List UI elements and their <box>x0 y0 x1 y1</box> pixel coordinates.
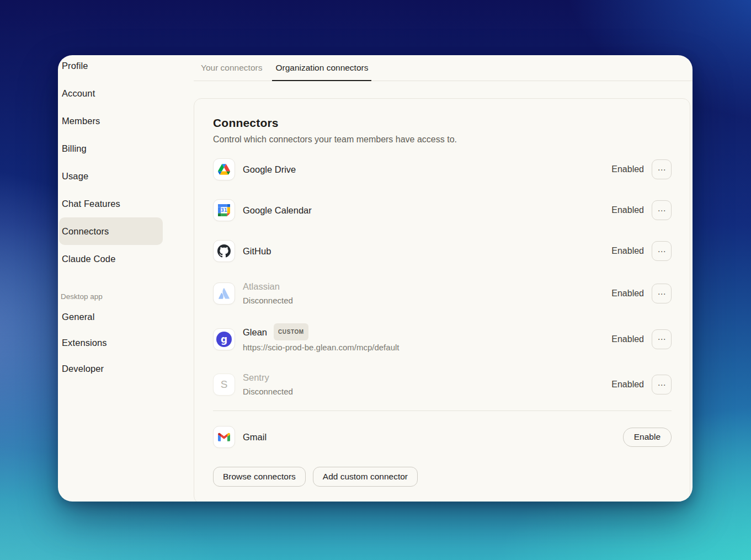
row-menu-button[interactable]: ⋯ <box>652 329 672 349</box>
atlassian-icon <box>213 282 235 305</box>
google-calendar-icon: 31 <box>213 199 235 221</box>
connector-name: GitHub <box>243 244 611 258</box>
custom-badge: CUSTOM <box>274 323 308 340</box>
sidebar-item-developer[interactable]: Developer <box>59 356 163 382</box>
row-google-calendar: 31 Google Calendar Enabled ⋯ <box>213 199 672 221</box>
connector-status: Enabled <box>611 164 644 174</box>
row-menu-button[interactable]: ⋯ <box>652 375 672 394</box>
sidebar-item-account[interactable]: Account <box>59 79 163 107</box>
sidebar-item-usage[interactable]: Usage <box>59 162 163 190</box>
row-gmail: Gmail Enable <box>213 426 672 448</box>
connector-name: Atlassian <box>243 279 611 294</box>
tab-organization-connectors[interactable]: Organization connectors <box>272 55 371 81</box>
connector-status: Enabled <box>611 205 644 215</box>
connector-subtitle: Disconnected <box>243 385 611 399</box>
calendar-number: 31 <box>221 207 227 213</box>
connector-status: Enabled <box>611 334 644 344</box>
card-title: Connectors <box>213 115 672 131</box>
sentry-letter: S <box>221 378 228 391</box>
card-subtitle: Control which connectors your team membe… <box>213 134 672 145</box>
connector-name: Sentry <box>243 370 611 385</box>
sidebar-item-billing[interactable]: Billing <box>59 135 163 162</box>
connector-name: Glean <box>243 325 267 339</box>
sidebar-nav: Profile Account Members Billing Usage Ch… <box>59 55 194 273</box>
card-footer: Browse connectors Add custom connector <box>213 467 672 487</box>
sidebar-item-members[interactable]: Members <box>59 107 163 135</box>
row-sentry: S Sentry Disconnected Enabled ⋯ <box>213 370 672 399</box>
connectors-tabbar: Your connectors Organization connectors <box>194 55 693 81</box>
connector-status: Enabled <box>611 289 644 298</box>
glean-letter: g <box>221 334 227 345</box>
row-menu-button[interactable]: ⋯ <box>652 200 672 220</box>
gmail-icon <box>213 426 235 448</box>
connector-status: Enabled <box>611 246 644 256</box>
enable-button[interactable]: Enable <box>623 428 672 447</box>
add-custom-connector-button[interactable]: Add custom connector <box>313 467 418 487</box>
sidebar-item-profile[interactable]: Profile <box>59 55 163 79</box>
tab-your-connectors[interactable]: Your connectors <box>198 55 265 81</box>
connector-rows: Google Drive Enabled ⋯ <box>213 158 672 487</box>
sidebar-section-desktop-app: Desktop app <box>59 292 194 301</box>
row-menu-button[interactable]: ⋯ <box>652 159 672 179</box>
sentry-icon: S <box>213 374 235 396</box>
connector-subtitle: Disconnected <box>243 294 611 308</box>
sidebar-item-connectors[interactable]: Connectors <box>59 217 163 245</box>
connector-url: https://scio-prod-be.glean.com/mcp/defau… <box>243 340 611 355</box>
connector-status: Enabled <box>611 380 644 390</box>
sidebar-item-chat-features[interactable]: Chat Features <box>59 190 163 217</box>
github-icon <box>213 240 235 262</box>
sidebar-nav-desktop: General Extensions Developer <box>59 304 194 382</box>
browse-connectors-button[interactable]: Browse connectors <box>213 467 306 487</box>
row-menu-button[interactable]: ⋯ <box>652 241 672 261</box>
row-github: GitHub Enabled ⋯ <box>213 240 672 262</box>
settings-window: Profile Account Members Billing Usage Ch… <box>58 55 693 502</box>
settings-sidebar: Profile Account Members Billing Usage Ch… <box>58 55 194 502</box>
sidebar-item-claude-code[interactable]: Claude Code <box>59 245 163 273</box>
row-menu-button[interactable]: ⋯ <box>652 284 672 303</box>
row-glean: g Glean CUSTOM https://scio-prod-be.glea… <box>213 323 672 355</box>
connector-name: Gmail <box>243 430 623 444</box>
glean-icon: g <box>213 328 235 350</box>
connectors-card: Connectors Control which connectors your… <box>194 98 690 502</box>
row-divider <box>213 410 672 411</box>
row-atlassian: Atlassian Disconnected Enabled ⋯ <box>213 279 672 308</box>
sidebar-item-general[interactable]: General <box>59 304 163 330</box>
row-google-drive: Google Drive Enabled ⋯ <box>213 158 672 180</box>
connectors-main-panel: Your connectors Organization connectors … <box>194 55 693 502</box>
google-drive-icon <box>213 158 235 180</box>
sidebar-item-extensions[interactable]: Extensions <box>59 330 163 356</box>
connector-name: Google Drive <box>243 162 611 177</box>
connector-name: Google Calendar <box>243 203 611 217</box>
